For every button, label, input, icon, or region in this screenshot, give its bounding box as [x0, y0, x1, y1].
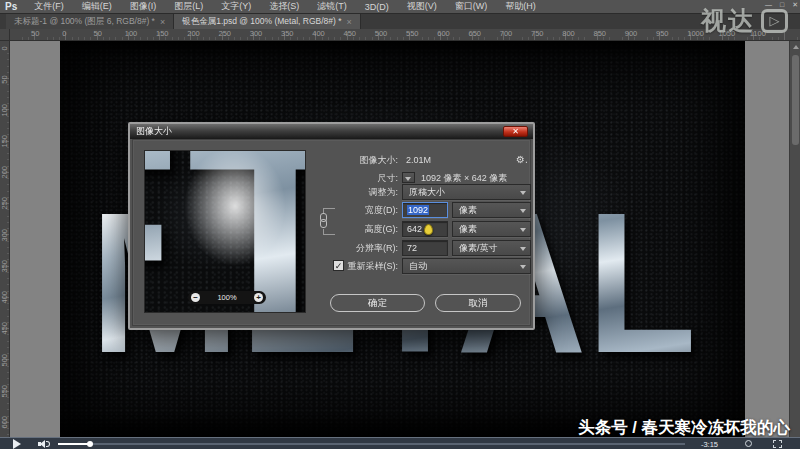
tab-label: 未标题-1 @ 100% (图层 6, RGB/8#) *	[14, 16, 155, 28]
width-input[interactable]: 1092	[402, 202, 448, 218]
settings-icon[interactable]	[745, 440, 752, 447]
document-tab-bar: 未标题-1 @ 100% (图层 6, RGB/8#) * × 银色金属1.ps…	[0, 14, 800, 29]
menu-item[interactable]: 3D(D)	[356, 2, 398, 12]
tab-untitled[interactable]: 未标题-1 @ 100% (图层 6, RGB/8#) * ×	[6, 14, 174, 29]
ruler-tick-label: 800	[562, 29, 575, 38]
dialog-body: METAL − 100% + 图像大小: 2.01M ⚙. 尺寸: 1092 像…	[132, 139, 531, 326]
ruler-tick-label: 450	[344, 29, 357, 38]
menu-item[interactable]: 图像(I)	[121, 0, 166, 13]
ruler-tick-label: 250	[219, 29, 232, 38]
ruler-tick-label: 150	[0, 137, 9, 147]
menu-item[interactable]: 窗口(W)	[446, 0, 497, 13]
ruler-tick-label: 0	[0, 44, 9, 54]
ok-button[interactable]: 确定	[330, 294, 425, 312]
resolution-unit-dropdown[interactable]: 像素/英寸	[452, 240, 531, 256]
ruler-tick-label: 200	[187, 29, 200, 38]
ruler-tick-label: 250	[0, 200, 9, 210]
video-player-bar: -3:15	[0, 437, 800, 449]
zoom-in-button[interactable]: +	[254, 293, 263, 302]
resolution-value: 72	[407, 243, 417, 253]
row-image-size: 图像大小: 2.01M ⚙.	[133, 152, 530, 168]
height-unit-dropdown[interactable]: 像素	[452, 221, 531, 237]
minimize-icon[interactable]: —	[765, 0, 772, 9]
vertical-scrollbar[interactable]	[789, 41, 800, 437]
gear-icon[interactable]: ⚙.	[516, 152, 528, 168]
height-label: 高度(G):	[268, 221, 398, 237]
play-icon[interactable]	[13, 439, 21, 449]
ruler-tick-label: 350	[281, 29, 294, 38]
dimensions-unit-dropdown[interactable]	[402, 172, 415, 183]
ruler-tick-label: 700	[500, 29, 513, 38]
resample-dropdown[interactable]: 自动	[402, 258, 531, 274]
ruler-tick-label: 900	[625, 29, 638, 38]
ruler-vertical: 050100150200250300350400450500550600	[0, 41, 10, 437]
ruler-tick-label: 500	[375, 29, 388, 38]
dialog-close-button[interactable]: ✕	[503, 126, 528, 137]
scrollbar-thumb[interactable]	[792, 55, 799, 145]
resolution-unit: 像素/英寸	[459, 243, 498, 253]
progress-handle[interactable]	[87, 441, 93, 447]
menu-item[interactable]: 视图(V)	[398, 0, 446, 13]
zoom-level: 100%	[217, 293, 236, 302]
menu-items: 文件(F)编辑(E)图像(I)图层(L)文字(Y)选择(S)滤镜(T)3D(D)…	[25, 0, 545, 14]
dialog-title-bar[interactable]: 图像大小	[130, 124, 533, 139]
fit-to-dropdown[interactable]: 原稿大小	[402, 184, 531, 200]
image-size-value: 2.01M	[406, 152, 431, 168]
ruler-tick-label: 200	[0, 169, 9, 179]
width-unit-dropdown[interactable]: 像素	[452, 202, 531, 218]
resample-label: 重新采样(S):	[268, 258, 398, 274]
watermark-text: 头条号 / 春天寒冷冻坏我的心	[578, 417, 790, 439]
ruler-tick-label: 400	[312, 29, 325, 38]
ruler-tick-label: 100	[125, 29, 138, 38]
video-progress-bar[interactable]	[58, 443, 685, 445]
ruler-tick-label: 300	[250, 29, 263, 38]
tab-close-icon[interactable]: ×	[160, 17, 165, 27]
ruler-tick-label: 350	[0, 262, 9, 272]
width-label: 宽度(D):	[268, 202, 398, 218]
resolution-input[interactable]: 72	[402, 240, 448, 256]
ruler-tick-label: 100	[0, 106, 9, 116]
menu-item[interactable]: 帮助(H)	[496, 0, 545, 13]
maximize-icon[interactable]: □	[780, 0, 784, 9]
fit-to-value: 原稿大小	[409, 187, 445, 197]
ruler-tick-label: 950	[656, 29, 669, 38]
tab-silver-metal[interactable]: 银色金属1.psd @ 100% (Metal, RGB/8#) * ×	[174, 14, 361, 29]
ruler-tick-label: 1050	[719, 29, 736, 38]
row-resample: ✓ 重新采样(S): 自动	[133, 258, 530, 274]
zoom-out-button[interactable]: −	[191, 293, 200, 302]
menu-item[interactable]: 文字(Y)	[212, 0, 260, 13]
ruler-horizontal: 5005010015020025030035040045050055060065…	[0, 29, 800, 41]
row-fit-to: 调整为: 原稿大小	[133, 184, 530, 200]
width-value: 1092	[407, 205, 429, 215]
menu-item[interactable]: 编辑(E)	[73, 0, 121, 13]
ruler-tick-label: 750	[531, 29, 544, 38]
menu-item[interactable]: 图层(L)	[165, 0, 212, 13]
ruler-tick-label: 50	[94, 29, 102, 38]
ps-logo[interactable]: Ps	[0, 1, 25, 12]
cancel-button[interactable]: 取消	[435, 294, 521, 312]
image-size-label: 图像大小:	[268, 152, 398, 168]
fullscreen-icon[interactable]	[773, 440, 782, 448]
width-unit: 像素	[459, 205, 477, 215]
row-height: 高度(G): 642 像素	[133, 221, 530, 237]
ruler-tick-label: 300	[0, 231, 9, 241]
close-icon[interactable]: ✕	[792, 0, 798, 9]
ruler-tick-label: 0	[62, 29, 66, 38]
ruler-tick-label: 550	[406, 29, 419, 38]
tab-close-icon[interactable]: ×	[346, 17, 351, 27]
preview-zoom-control: − 100% +	[188, 291, 266, 304]
menu-item[interactable]: 文件(F)	[25, 0, 73, 13]
ruler-tick-label: 600	[0, 419, 9, 429]
ruler-tick-label: 50	[31, 29, 39, 38]
menu-bar: Ps 文件(F)编辑(E)图像(I)图层(L)文字(Y)选择(S)滤镜(T)3D…	[0, 0, 800, 14]
cursor-pointer-icon	[424, 224, 433, 235]
scroll-up-icon[interactable]	[793, 45, 799, 49]
row-resolution: 分辨率(R): 72 像素/英寸	[133, 240, 530, 256]
ruler-tick-label: 500	[0, 356, 9, 366]
volume-icon[interactable]	[38, 440, 50, 448]
time-remaining: -3:15	[701, 440, 718, 449]
menu-item[interactable]: 选择(S)	[260, 0, 308, 13]
menu-item[interactable]: 滤镜(T)	[308, 0, 356, 13]
resample-value: 自动	[409, 261, 427, 271]
ruler-tick-label: 850	[594, 29, 607, 38]
